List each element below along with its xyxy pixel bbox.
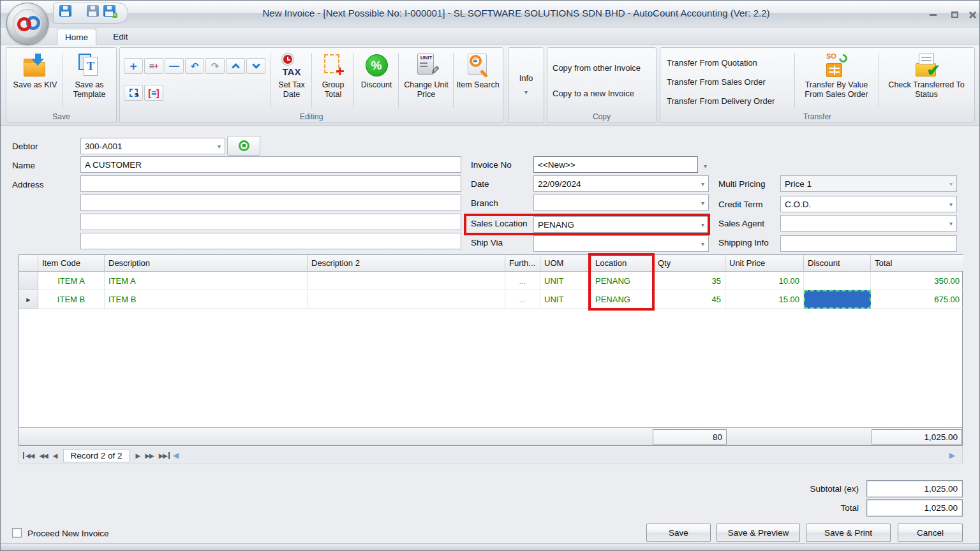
next-record-button[interactable]: ▶ — [133, 452, 143, 459]
info-button[interactable]: Info ▾ — [508, 47, 544, 123]
move-row-down-button[interactable] — [246, 58, 265, 74]
cell-total[interactable]: 350.00 — [871, 272, 963, 290]
discount-button[interactable]: % Discount — [355, 50, 398, 110]
save-as-kiv-button[interactable]: Save as KIV — [9, 50, 61, 110]
save-as-template-button[interactable]: T Save as Template — [64, 50, 115, 110]
cancel-button[interactable]: Cancel — [898, 524, 963, 542]
column-header-discount[interactable]: Discount — [804, 255, 871, 272]
save-print-button[interactable]: Save & Print — [806, 524, 891, 542]
cell-location[interactable]: PENANG — [591, 290, 654, 309]
sales-agent-field[interactable]: ▾ — [780, 215, 957, 231]
copy-from-other-invoice-button[interactable]: Copy from other Invoice — [549, 59, 644, 76]
cell-qty[interactable]: 45 — [654, 290, 725, 309]
column-header-item-code[interactable]: Item Code — [38, 255, 105, 272]
close-button[interactable] — [964, 8, 980, 21]
undo-icon[interactable]: ↶ — [185, 58, 204, 74]
cell-further-ellipsis[interactable]: ... — [505, 290, 540, 309]
chevron-down-icon[interactable]: ▾ — [218, 143, 221, 150]
sales-location-field[interactable]: PENANG▾ — [533, 216, 709, 233]
column-header-description[interactable]: Description — [105, 255, 308, 272]
transfer-from-quotation-button[interactable]: Transfer From Quotation — [663, 54, 761, 71]
range-select-button[interactable] — [124, 85, 143, 101]
chevron-down-icon[interactable]: ▾ — [949, 220, 953, 227]
move-row-up-button[interactable] — [226, 58, 245, 74]
proceed-new-invoice-checkbox[interactable] — [12, 528, 22, 538]
cell-description[interactable]: ITEM B — [105, 290, 308, 309]
add-row-button[interactable]: + — [124, 58, 143, 74]
column-header-description2[interactable]: Description 2 — [308, 255, 505, 272]
transfer-by-value-button[interactable]: SO Transfer By Value From Sales Order — [796, 50, 877, 110]
current-row-indicator[interactable]: ▸ — [19, 290, 38, 309]
branch-field[interactable]: ▾ — [533, 195, 709, 211]
change-unit-price-button[interactable]: UNIT ✎ Change Unit Price — [399, 50, 453, 110]
cell-location[interactable]: PENANG — [591, 272, 654, 290]
app-menu-button[interactable] — [6, 3, 48, 45]
address-line2-field[interactable] — [80, 195, 461, 211]
chevron-down-icon[interactable]: ▾ — [701, 180, 704, 187]
cell-uom[interactable]: UNIT — [540, 290, 591, 309]
group-total-button[interactable]: + Group Total — [313, 50, 353, 110]
save-preview-button[interactable]: Save & Preview — [716, 524, 800, 542]
cell-description[interactable]: ITEM A — [105, 272, 308, 290]
save-and-new-icon[interactable]: + — [103, 5, 115, 17]
cell-description2[interactable] — [308, 272, 505, 290]
chevron-down-icon[interactable]: ▾ — [701, 221, 704, 228]
tab-edit[interactable]: Edit — [103, 29, 138, 45]
remove-row-button[interactable]: — — [165, 58, 184, 74]
cell-unit-price[interactable]: 10.00 — [725, 272, 804, 290]
row-indicator[interactable] — [19, 272, 38, 290]
cell-further-ellipsis[interactable]: ... — [505, 272, 540, 290]
debtor-combo[interactable]: 300-A001▾ — [80, 138, 225, 154]
save-button[interactable]: Save — [646, 524, 711, 542]
credit-term-field[interactable]: C.O.D.▾ — [780, 196, 957, 212]
cell-discount[interactable] — [804, 272, 871, 290]
transfer-from-delivery-order-button[interactable]: Transfer From Delivery Order — [663, 92, 778, 109]
redo-icon[interactable]: ↷ — [205, 58, 225, 74]
debtor-lookup-button[interactable] — [227, 136, 260, 156]
chevron-down-icon[interactable]: ▾ — [701, 240, 704, 247]
cell-item-code[interactable]: ITEM B — [38, 290, 105, 309]
tab-home[interactable]: Home — [57, 29, 96, 45]
cell-total[interactable]: 675.00 — [871, 290, 963, 309]
date-field[interactable]: 22/09/2024▾ — [533, 175, 709, 192]
address-line3-field[interactable] — [80, 214, 461, 230]
insert-row-button[interactable]: ≡+ — [144, 58, 163, 74]
column-header-unit-price[interactable]: Unit Price — [725, 255, 804, 272]
name-field[interactable]: A CUSTOMER — [80, 156, 461, 173]
chevron-down-icon[interactable]: ▾ — [701, 200, 704, 207]
cell-uom[interactable]: UNIT — [540, 272, 591, 290]
copy-to-new-invoice-button[interactable]: Copy to a new Invoice — [549, 85, 638, 101]
column-header-location[interactable]: Location — [591, 255, 654, 272]
maximize-button[interactable] — [946, 8, 963, 21]
shipping-info-field[interactable] — [780, 235, 957, 252]
transfer-from-sales-order-button[interactable]: Transfer From Sales Order — [663, 73, 769, 90]
multi-pricing-field[interactable]: Price 1▾ — [780, 175, 957, 192]
cell-unit-price[interactable]: 15.00 — [725, 290, 804, 309]
column-header-total[interactable]: Total — [871, 255, 963, 272]
check-transferred-status-button[interactable]: ✔ Check Transferred To Status — [880, 50, 973, 110]
invoice-no-dropdown-icon[interactable]: ▾ — [704, 163, 707, 170]
cell-description2[interactable] — [308, 290, 505, 309]
column-header-qty[interactable]: Qty — [654, 255, 725, 272]
ship-via-field[interactable]: ▾ — [533, 235, 709, 252]
cell-discount-selected[interactable] — [804, 290, 871, 309]
last-record-button[interactable]: ▶▶ — [156, 452, 170, 459]
item-search-button[interactable]: ≡ Item Search — [454, 50, 501, 110]
scroll-right-icon[interactable]: ▶ — [946, 451, 958, 460]
cell-qty[interactable]: 35 — [654, 272, 725, 290]
previous-record-button[interactable]: ◀ — [50, 452, 60, 459]
save-draft-icon[interactable] — [87, 5, 99, 17]
cell-item-code[interactable]: ITEM A — [38, 272, 105, 290]
view-detail-button[interactable]: [≡] — [144, 85, 163, 101]
set-tax-date-button[interactable]: TAX Set Tax Date — [272, 50, 311, 110]
save-icon[interactable] — [59, 5, 71, 17]
previous-page-button[interactable]: ◀◀ — [36, 452, 50, 459]
next-page-button[interactable]: ▶▶ — [142, 452, 156, 459]
invoice-no-field[interactable]: <<New>> — [533, 156, 698, 173]
chevron-down-icon[interactable]: ▾ — [949, 201, 953, 208]
minimize-button[interactable] — [924, 8, 941, 21]
first-record-button[interactable]: ◀◀ — [23, 452, 36, 459]
column-header-further[interactable]: Furth... — [505, 255, 540, 272]
address-line1-field[interactable] — [80, 175, 461, 192]
column-header-uom[interactable]: UOM — [540, 255, 591, 272]
